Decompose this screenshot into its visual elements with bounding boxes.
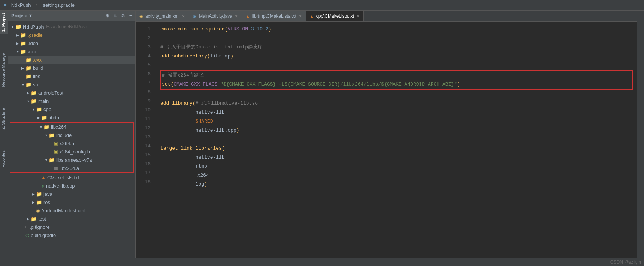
title-separator: › <box>36 2 39 8</box>
tree-item-build[interactable]: ▶ 📁 build <box>8 64 135 72</box>
tree-item-libs[interactable]: 📁 libs <box>8 72 135 80</box>
status-credit: CSDN @sziitjin <box>610 260 641 265</box>
tab-activity-main[interactable]: ◉ activity_main.xml ✕ <box>136 11 189 21</box>
tab-icon-cpp-cmake: ▲ <box>310 14 314 18</box>
tree-item-librtmp[interactable]: ▶ 📁 librtmp <box>8 113 135 122</box>
right-sidebar <box>637 11 644 258</box>
code-line-12: native-lib.cpp) <box>160 126 637 135</box>
code-line-3: # 引入子目录的CmakeList.txt rmtp静态库 <box>160 43 637 52</box>
label-buildgradle: build.gradle <box>31 233 56 238</box>
tree-item-res[interactable]: ▶ 📁 res <box>8 198 135 206</box>
tree-item-gitignore[interactable]: □ .gitignore <box>8 223 135 231</box>
tab-resource-manager[interactable]: Resource Manager <box>0 49 8 90</box>
folder-icon-build: 📁 <box>25 65 31 71</box>
tree-item-src[interactable]: ▾ 📁 src <box>8 80 135 89</box>
code-editor[interactable]: cmake_minimum_required(VERSION 3.10.2) #… <box>154 22 637 258</box>
tab-close-librtmp-cmake[interactable]: ✕ <box>299 14 302 19</box>
label-cpp: cpp <box>43 107 51 112</box>
code-line-1: cmake_minimum_required(VERSION 3.10.2) <box>160 25 637 34</box>
folder-icon-libx264: 📁 <box>43 124 49 130</box>
header-icon-add[interactable]: ⊕ <box>106 12 109 20</box>
code-line-10: native-lib <box>160 108 637 117</box>
tab-project[interactable]: 1: Project <box>0 11 8 34</box>
tree-item-main[interactable]: ▾ 📁 main <box>8 97 135 105</box>
label-x264h: x264.h <box>60 141 74 146</box>
tree-item-app[interactable]: ▾ 📁 app <box>8 47 135 56</box>
tree-item-idea[interactable]: ▶ 📁 .idea <box>8 39 135 47</box>
label-gitignore: .gitignore <box>30 224 49 230</box>
folder-icon-androidtest: 📁 <box>31 90 37 96</box>
header-icon-minimize[interactable]: − <box>129 13 132 19</box>
code-line-9: add_library(# 总库libnative-lib.so <box>160 99 637 108</box>
tree-item-gradle[interactable]: ▶ 📁 .gradle <box>8 31 135 39</box>
folder-icon-librtmp: 📁 <box>41 115 47 120</box>
project-tree: ▾ 📁 NdkPush E:\asdemo\NdkPush ▶ 📁 .gradl… <box>8 21 135 258</box>
tree-item-libx264[interactable]: ▾ 📁 libx264 <box>10 123 133 131</box>
folder-icon-ndkpush: 📁 <box>15 24 21 30</box>
code-line-5 <box>160 61 637 70</box>
tab-close-mainactivity[interactable]: ✕ <box>235 14 238 19</box>
folder-icon-res: 📁 <box>36 200 42 205</box>
tree-item-cmakelists[interactable]: ▲ CMakeLists.txt <box>8 173 135 182</box>
tree-item-java[interactable]: ▶ 📁 java <box>8 190 135 198</box>
code-line-4: add_subdirectory(librtmp) <box>160 52 637 61</box>
title-bar: ■ NdkPush › settings.gradle <box>0 0 644 11</box>
tree-item-include[interactable]: ▾ 📁 include <box>10 131 133 139</box>
label-x264configh: x264_config.h <box>60 149 90 155</box>
tab-structure[interactable]: Z: Structure <box>0 105 8 132</box>
folder-icon-src: 📁 <box>25 82 31 87</box>
code-line-8 <box>160 90 637 99</box>
tree-item-x264configh[interactable]: ▣ x264_config.h <box>10 147 133 156</box>
tree-item-androidmanifest[interactable]: ◉ AndroidManifest.xml <box>8 206 135 215</box>
tab-close-cpp-cmake[interactable]: ✕ <box>356 14 360 19</box>
file-icon-cmakelists: ▲ <box>41 175 46 180</box>
title-file: settings.gradle <box>43 2 75 8</box>
tab-label-librtmp-cmake: librtmp\CMakeLists.txt <box>252 14 296 19</box>
label-java: java <box>43 191 52 197</box>
code-line-16: rtmp <box>160 162 637 171</box>
file-icon-libx264a: ▦ <box>54 165 58 171</box>
editor-tab-bar: ◉ activity_main.xml ✕ ◉ MainActivity.jav… <box>136 11 637 22</box>
arrow-ndkpush: ▾ <box>10 25 15 29</box>
folder-icon-idea: 📁 <box>20 41 26 46</box>
tab-librtmp-cmake[interactable]: ▲ librtmp\CMakeLists.txt ✕ <box>242 11 306 21</box>
label-test: test <box>38 216 46 222</box>
tab-close-activity-main[interactable]: ✕ <box>182 14 185 19</box>
file-icon-buildgradle: ◎ <box>25 233 29 238</box>
file-icon-x264h: ▣ <box>54 141 58 146</box>
tab-favorites[interactable]: Favorites <box>0 147 8 170</box>
folder-icon-main: 📁 <box>31 98 37 104</box>
tree-item-libx264a[interactable]: ▦ libx264.a <box>10 164 133 172</box>
label-include: include <box>56 132 72 138</box>
tree-item-androidtest[interactable]: ▶ 📁 androidTest <box>8 89 135 97</box>
tab-label-mainactivity: MainActivity.java <box>199 14 232 19</box>
tree-item-cpp[interactable]: ▾ 📁 cpp <box>8 105 135 113</box>
tree-item-libs-armeabi[interactable]: ▾ 📁 libs.armeabi-v7a <box>10 156 133 164</box>
title-project: NdkPush <box>11 2 31 8</box>
folder-icon-armeabi: 📁 <box>49 157 55 163</box>
tab-icon-java: ◉ <box>193 14 197 19</box>
tree-item-test[interactable]: ▶ 📁 test <box>8 215 135 223</box>
folder-icon-include: 📁 <box>49 132 55 138</box>
tree-item-x264h[interactable]: ▣ x264.h <box>10 139 133 147</box>
tree-item-nativelib[interactable]: ◈ native-lib.cpp <box>8 182 135 190</box>
code-line-6: # 设置x264库路径 <box>161 71 632 80</box>
tree-item-ndkpush[interactable]: ▾ 📁 NdkPush E:\asdemo\NdkPush <box>8 23 135 31</box>
tab-icon-librtmp-cmake: ▲ <box>246 14 250 18</box>
line-numbers: 1 2 3 4 5 6 7 8 9 10 11 12 13 14 15 16 1… <box>136 22 154 258</box>
code-line-14: target_link_libraries( <box>160 144 637 153</box>
header-icon-settings[interactable]: ⚙ <box>121 12 124 19</box>
label-androidtest: androidTest <box>38 90 63 96</box>
tree-item-buildgradle[interactable]: ◎ build.gradle <box>8 231 135 239</box>
header-icon-sync[interactable]: ⇅ <box>114 12 117 19</box>
label-idea: .idea <box>28 41 38 46</box>
label-app: app <box>28 49 36 54</box>
label-libs: libs <box>33 74 40 79</box>
folder-icon-cpp: 📁 <box>36 107 42 112</box>
folder-icon-java: 📁 <box>36 191 42 197</box>
file-icon-x264configh: ▣ <box>54 149 58 154</box>
tab-cpp-cmake[interactable]: ▲ cpp\CMakeLists.txt ✕ <box>306 11 364 21</box>
tab-mainactivity[interactable]: ◉ MainActivity.java ✕ <box>189 11 242 21</box>
tree-item-cxx[interactable]: 📁 .cxx <box>8 56 135 64</box>
tab-label-activity-main: activity_main.xml <box>145 14 179 19</box>
